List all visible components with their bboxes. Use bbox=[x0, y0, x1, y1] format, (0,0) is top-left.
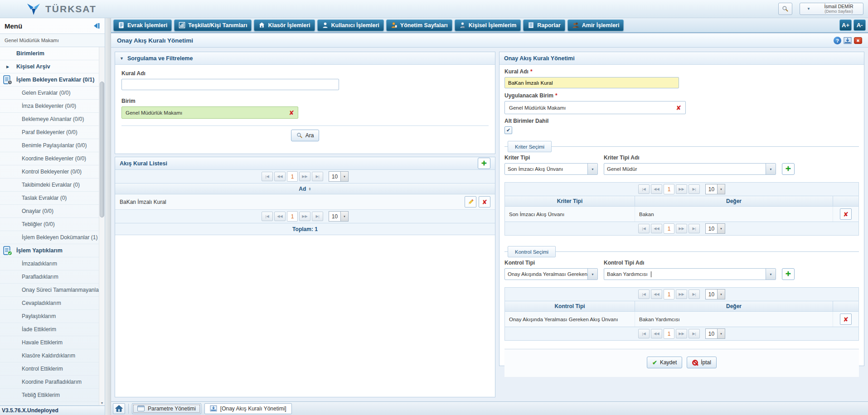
control-row[interactable]: Onay Akışında Yeralması Gereken Akış Ünv… bbox=[505, 312, 858, 327]
sidebar-item[interactable]: Benimle Paylaşılanlar (0/0) bbox=[0, 139, 105, 152]
nav-tab-2[interactable]: Teşkilat/Kişi Tanımları bbox=[174, 19, 252, 31]
nav-tab-3[interactable]: Klasör İşlemleri bbox=[254, 19, 315, 31]
pager-next-button[interactable]: ▶▶ bbox=[676, 184, 687, 194]
pager-first-button[interactable]: |◀ bbox=[638, 290, 650, 299]
pager-current-page[interactable]: 1 bbox=[664, 184, 674, 194]
pager-next-button[interactable]: ▶▶ bbox=[676, 290, 687, 299]
add-control-button[interactable]: + bbox=[782, 268, 795, 280]
sidebar-item[interactable]: İşlem Yaptıklarım bbox=[0, 244, 105, 257]
rule-row[interactable]: BaKan İmzalı Kural bbox=[115, 194, 495, 210]
pager-last-button[interactable]: ▶| bbox=[312, 212, 323, 221]
sidebar-item[interactable]: Paylaştıklarım bbox=[0, 310, 105, 323]
search-button[interactable]: Ara bbox=[291, 130, 320, 141]
pager-current-page[interactable]: 1 bbox=[664, 328, 674, 339]
pager-first-button[interactable]: |◀ bbox=[262, 172, 273, 181]
pager-last-button[interactable]: ▶| bbox=[689, 184, 700, 194]
pager-next-button[interactable]: ▶▶ bbox=[299, 212, 310, 221]
sidebar-item[interactable]: Havale Aktarımlarım bbox=[0, 402, 105, 405]
sidebar-item[interactable]: ▶Kişisel Arşiv bbox=[0, 60, 105, 73]
taskbar-tab-onay-akis[interactable]: [Onay Akış Kuralı Yönetimi] bbox=[204, 403, 292, 414]
delete-control-button[interactable]: ✘ bbox=[840, 314, 852, 325]
page-size-select[interactable]: 10▼ bbox=[705, 328, 725, 339]
pager-last-button[interactable]: ▶| bbox=[689, 290, 700, 299]
page-size-select[interactable]: 10▼ bbox=[329, 171, 349, 182]
pager-first-button[interactable]: |◀ bbox=[638, 329, 650, 338]
pager-current-page[interactable]: 1 bbox=[287, 171, 298, 182]
page-size-select[interactable]: 10▼ bbox=[705, 223, 725, 234]
sidebar-item[interactable]: İşlem Bekleyen Dokümanlar (1) bbox=[0, 231, 105, 244]
control-type-select[interactable]: Onay Akışında Yeralması Gereken A ▼ bbox=[504, 268, 598, 280]
chevron-down-icon[interactable]: ▼ bbox=[587, 164, 597, 174]
nav-tab-8[interactable]: Amir İşlemleri bbox=[567, 19, 624, 31]
close-page-button[interactable]: ✖ bbox=[854, 37, 862, 44]
sidebar-item[interactable]: Havale Ettiklerim bbox=[0, 336, 105, 349]
user-menu[interactable]: ▼ İsmail DEMİR (Demo Sayfası) bbox=[800, 3, 863, 15]
sidebar-item[interactable]: Tebliğ Ettiklerim bbox=[0, 389, 105, 402]
page-size-select[interactable]: 10▼ bbox=[705, 184, 725, 194]
global-search-button[interactable] bbox=[778, 3, 792, 15]
rule-name-input[interactable] bbox=[504, 77, 679, 88]
sidebar-item[interactable]: İşlem Bekleyen Evraklar (0/1) bbox=[0, 73, 105, 87]
pager-prev-button[interactable]: ◀◀ bbox=[651, 329, 662, 338]
sidebar-item[interactable]: Beklemeye Alınanlar (0/0) bbox=[0, 113, 105, 126]
filter-panel-header[interactable]: ▼ Sorgulama ve Filtreleme bbox=[115, 52, 495, 65]
pager-first-button[interactable]: |◀ bbox=[638, 224, 650, 233]
pager-next-button[interactable]: ▶▶ bbox=[299, 172, 310, 181]
nav-tab-4[interactable]: Kullanıcı İşlemleri bbox=[317, 19, 384, 31]
save-button[interactable]: ✔ Kaydet bbox=[647, 357, 682, 368]
scrollbar-down-icon[interactable]: ▼ bbox=[99, 401, 105, 405]
pager-prev-button[interactable]: ◀◀ bbox=[274, 172, 286, 181]
delete-criteria-button[interactable]: ✘ bbox=[840, 208, 852, 220]
sidebar-item[interactable]: Onaylar (0/0) bbox=[0, 205, 105, 218]
sidebar-item[interactable]: Parafladıklarım bbox=[0, 270, 105, 284]
clear-unit-icon[interactable]: ✘ bbox=[289, 110, 294, 116]
sidebar-item[interactable]: Takibimdeki Evraklar (0) bbox=[0, 179, 105, 192]
sidebar-item[interactable]: İmzaladıklarım bbox=[0, 257, 105, 270]
sidebar-item[interactable]: İade Ettiklerim bbox=[0, 323, 105, 336]
font-increase-button[interactable]: A+ bbox=[839, 19, 852, 31]
pager-first-button[interactable]: |◀ bbox=[262, 212, 273, 221]
pager-last-button[interactable]: ▶| bbox=[312, 172, 323, 181]
add-rule-button[interactable]: + bbox=[478, 158, 490, 169]
sidebar-item[interactable]: Cevapladıklarım bbox=[0, 297, 105, 310]
criteria-name-combo[interactable]: Genel Müdür ▼ bbox=[604, 163, 776, 175]
clear-target-unit-icon[interactable]: ✘ bbox=[676, 105, 681, 111]
delete-rule-button[interactable]: ✘ bbox=[479, 196, 490, 208]
scrollbar-thumb[interactable] bbox=[100, 82, 104, 217]
pager-prev-button[interactable]: ◀◀ bbox=[651, 290, 662, 299]
nav-tab-6[interactable]: Kişisel İşlemlerim bbox=[455, 19, 521, 31]
sidebar-item[interactable]: Koordine Bekleyenler (0/0) bbox=[0, 152, 105, 165]
chevron-down-icon[interactable]: ▼ bbox=[587, 269, 597, 280]
pager-prev-button[interactable]: ◀◀ bbox=[274, 212, 286, 221]
chevron-down-icon[interactable]: ▼ bbox=[766, 164, 776, 174]
help-button[interactable]: ? bbox=[834, 37, 841, 44]
pager-prev-button[interactable]: ◀◀ bbox=[651, 184, 662, 194]
pager-prev-button[interactable]: ◀◀ bbox=[651, 224, 662, 233]
pager-last-button[interactable]: ▶| bbox=[689, 224, 700, 233]
rule-name-filter-input[interactable] bbox=[121, 79, 339, 90]
unit-filter-chip[interactable]: Genel Müdürlük Makamı ✘ bbox=[121, 106, 298, 119]
sidebar-collapse-button[interactable] bbox=[92, 23, 100, 29]
page-size-select[interactable]: 10▼ bbox=[329, 211, 349, 222]
control-name-combo[interactable]: Bakan Yardımcısı ▼ bbox=[604, 268, 776, 280]
target-unit-field[interactable]: Genel Müdürlük Makamı ✘ bbox=[504, 101, 686, 114]
edit-rule-button[interactable] bbox=[465, 196, 476, 208]
sidebar-scrollbar[interactable]: ▼ bbox=[99, 47, 105, 405]
nav-tab-1[interactable]: Evrak İşlemleri bbox=[113, 19, 172, 31]
font-decrease-button[interactable]: A- bbox=[853, 19, 866, 31]
taskbar-tab-parametre[interactable]: Parametre Yönetimi bbox=[132, 403, 201, 414]
rule-list-column-header[interactable]: Ad ▲▼ bbox=[115, 183, 495, 194]
sidebar-item[interactable]: Gelen Evraklar (0/0) bbox=[0, 87, 105, 100]
pager-current-page[interactable]: 1 bbox=[664, 223, 674, 234]
sidebar-item[interactable]: Kontrol Bekleyenler (0/0) bbox=[0, 165, 105, 179]
home-button[interactable] bbox=[113, 403, 125, 414]
include-subunits-checkbox[interactable]: ✔ bbox=[504, 126, 512, 134]
sidebar-item[interactable]: Koordine Parafladıklarım bbox=[0, 376, 105, 389]
pager-current-page[interactable]: 1 bbox=[287, 211, 298, 222]
sidebar-item[interactable]: İmza Bekleyenler (0/0) bbox=[0, 100, 105, 113]
pager-next-button[interactable]: ▶▶ bbox=[676, 224, 687, 233]
nav-tab-7[interactable]: Raporlar bbox=[523, 19, 565, 31]
sidebar-item[interactable]: Birimlerim bbox=[0, 47, 105, 60]
sidebar-item[interactable]: Paraf Bekleyenler (0/0) bbox=[0, 126, 105, 139]
pager-last-button[interactable]: ▶| bbox=[689, 329, 700, 338]
